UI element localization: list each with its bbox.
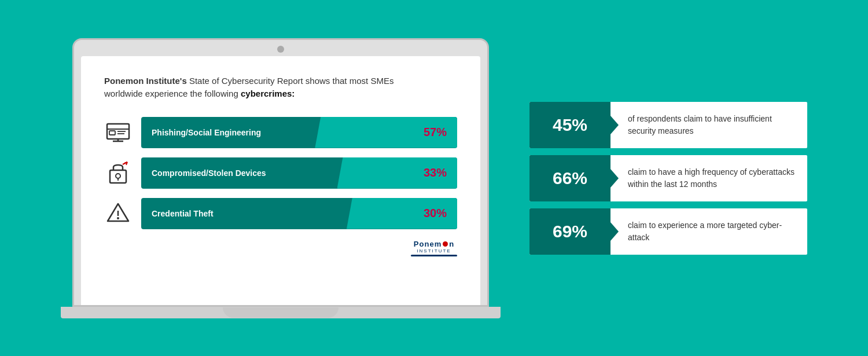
crime-item-phishing: Phishing/Social Engineering 57% [104, 117, 457, 148]
svg-rect-7 [110, 170, 126, 183]
svg-point-8 [116, 174, 120, 178]
laptop-screen-inner: Ponemon Institute's State of Cybersecuri… [81, 56, 480, 305]
crime-list: Phishing/Social Engineering 57% [104, 117, 457, 229]
ponemon-red-dot [443, 241, 448, 247]
ponemon-name-part2: n [449, 240, 454, 248]
compromised-icon [104, 159, 132, 187]
crime-item-compromised: Compromised/Stolen Devices 33% [104, 157, 457, 189]
crime-bar-credential: Credential Theft 30% [141, 198, 457, 229]
crime-item-credential: Credential Theft 30% [104, 198, 457, 229]
crime-label-compromised: Compromised/Stolen Devices [141, 168, 457, 178]
stat-description-1: of respondents claim to have insufficien… [610, 102, 807, 148]
laptop-stand [223, 307, 339, 318]
svg-point-14 [117, 217, 119, 219]
intro-bold2: cybercrimes: [241, 89, 295, 98]
ponemon-name-part1: Ponem [414, 240, 442, 248]
laptop-screen-outer: Ponemon Institute's State of Cybersecuri… [72, 38, 489, 307]
intro-bold: Ponemon Institute's [104, 76, 187, 86]
stat-percent-3: 69% [529, 208, 610, 255]
phishing-icon [104, 119, 132, 146]
stat-description-2: claim to have a high frequency of cybera… [610, 155, 807, 201]
svg-rect-4 [109, 131, 115, 135]
main-container: Ponemon Institute's State of Cybersecuri… [0, 0, 868, 356]
stat-description-3: claim to experience a more targeted cybe… [610, 208, 807, 255]
crime-label-credential: Credential Theft [141, 209, 457, 218]
crime-bar-phishing: Phishing/Social Engineering 57% [141, 117, 457, 148]
credential-icon [104, 200, 132, 227]
stat-card-1: 45% of respondents claim to have insuffi… [529, 102, 807, 148]
stat-card-3: 69% claim to experience a more targeted … [529, 208, 807, 255]
ponemon-institute-text: INSTITUTE [417, 248, 451, 254]
laptop-base [61, 307, 501, 318]
crime-label-phishing: Phishing/Social Engineering [141, 128, 457, 137]
ponemon-underline [411, 255, 457, 256]
stats-container: 45% of respondents claim to have insuffi… [529, 102, 807, 255]
laptop-camera [277, 46, 284, 53]
stat-percent-2: 66% [529, 155, 610, 201]
laptop-wrapper: Ponemon Institute's State of Cybersecuri… [61, 38, 501, 318]
ponemon-logo-text: Ponem n INSTITUTE [411, 240, 457, 256]
ponemon-logo: Ponem n INSTITUTE [104, 240, 457, 256]
stat-percent-1: 45% [529, 102, 610, 148]
stat-card-2: 66% claim to have a high frequency of cy… [529, 155, 807, 201]
crime-bar-compromised: Compromised/Stolen Devices 33% [141, 157, 457, 189]
screen-header: Ponemon Institute's State of Cybersecuri… [104, 75, 417, 101]
